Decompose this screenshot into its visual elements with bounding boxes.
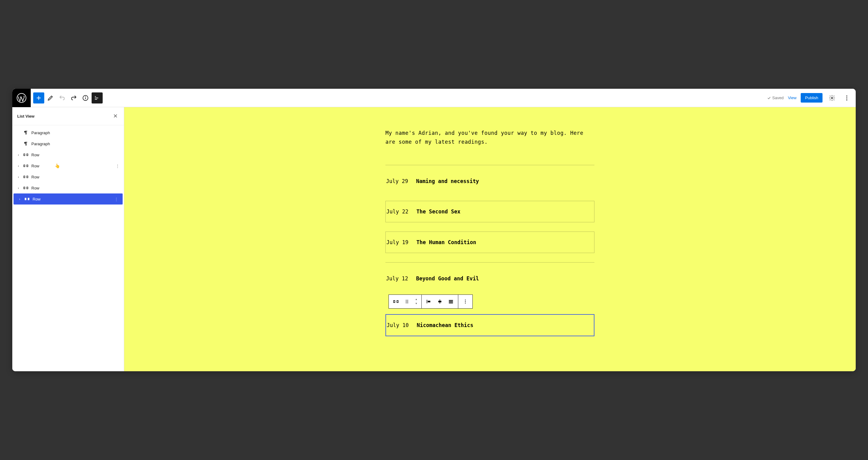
divider [385, 165, 594, 165]
align-center-button[interactable] [435, 297, 444, 306]
svg-point-28 [407, 302, 408, 303]
svg-rect-5 [95, 98, 98, 98]
row-block-icon [23, 152, 29, 158]
tree-item-label: Row [31, 153, 39, 157]
tree-item-options[interactable]: ⋮ [113, 196, 120, 203]
tree-item-row[interactable]: ›Row [12, 149, 124, 160]
svg-point-39 [465, 302, 466, 303]
drag-handle[interactable] [402, 297, 411, 306]
move-up-button[interactable]: ▴ [413, 297, 419, 301]
svg-rect-19 [25, 198, 26, 200]
tree-item-paragraph[interactable]: ›Paragraph [12, 127, 124, 138]
svg-rect-12 [27, 154, 28, 156]
intro-paragraph[interactable]: My name's Adrian, and you've found your … [385, 129, 594, 146]
block-tree: ›Paragraph›Paragraph›Row›Row👆⋮›Row›Row›R… [12, 125, 124, 204]
chevron-right-icon[interactable]: › [17, 187, 20, 190]
chevron-right-icon[interactable]: › [17, 153, 20, 157]
svg-rect-17 [24, 187, 25, 189]
svg-rect-14 [27, 165, 28, 167]
svg-rect-21 [394, 300, 395, 302]
svg-rect-34 [449, 300, 453, 301]
svg-rect-13 [24, 165, 25, 167]
entry-date[interactable]: July 22 [386, 208, 408, 215]
entry-title[interactable]: The Human Condition [416, 239, 476, 245]
svg-point-24 [407, 300, 408, 301]
svg-point-8 [846, 95, 847, 96]
cursor-icon: 👆 [55, 163, 60, 168]
svg-point-7 [831, 97, 833, 99]
block-toolbar: ▴▾ [389, 294, 594, 308]
svg-rect-33 [438, 301, 441, 302]
editor-canvas[interactable]: My name's Adrian, and you've found your … [124, 107, 856, 371]
entry-row[interactable]: July 19The Human Condition [385, 232, 594, 253]
entry-row[interactable]: July 29Naming and necessity [385, 171, 594, 192]
block-more-options[interactable] [461, 297, 470, 306]
row-block-icon [24, 196, 30, 202]
chevron-right-icon[interactable]: › [17, 175, 20, 179]
svg-point-23 [406, 300, 407, 301]
entry-title[interactable]: The Second Sex [416, 208, 460, 215]
svg-rect-4 [95, 96, 96, 97]
tree-item-row[interactable]: ›Row [12, 171, 124, 183]
tree-item-paragraph[interactable]: ›Paragraph [12, 138, 124, 149]
list-view-title: List View [17, 114, 34, 119]
chevron-right-icon[interactable]: › [18, 197, 22, 201]
paragraph-block-icon [23, 141, 29, 146]
svg-rect-36 [449, 302, 453, 303]
entry-title[interactable]: Beyond Good and Evil [416, 275, 479, 282]
entry-date[interactable]: July 10 [387, 322, 409, 328]
tree-item-row[interactable]: ›Row [12, 183, 124, 193]
chevron-right-icon[interactable]: › [17, 164, 20, 168]
entry-date[interactable]: July 29 [386, 178, 408, 184]
entry-date[interactable]: July 12 [386, 275, 408, 282]
tree-item-label: Paragraph [31, 141, 50, 146]
close-list-view-button[interactable]: ✕ [112, 111, 119, 121]
add-block-button[interactable] [33, 92, 44, 103]
publish-button[interactable]: Publish [801, 93, 823, 103]
svg-rect-29 [427, 300, 427, 303]
list-view-panel: List View ✕ ›Paragraph›Paragraph›Row›Row… [12, 107, 124, 371]
editor-tools [31, 92, 105, 103]
svg-rect-35 [449, 301, 453, 302]
entry-row[interactable]: July 22The Second Sex [385, 201, 594, 222]
svg-rect-11 [24, 154, 25, 156]
undo-button[interactable] [57, 92, 68, 103]
justify-left-button[interactable] [424, 297, 433, 306]
settings-button[interactable] [827, 93, 837, 103]
entry-row[interactable]: July 10Nicomachean Ethics [385, 314, 594, 336]
entry-date[interactable]: July 19 [386, 239, 408, 245]
paragraph-block-icon [23, 130, 29, 135]
tree-item-label: Row [31, 164, 39, 168]
tree-item-row[interactable]: ›Row👆⋮ [12, 160, 124, 171]
entry-title[interactable]: Naming and necessity [416, 178, 479, 184]
entry-title[interactable]: Nicomachean Ethics [417, 322, 473, 328]
svg-rect-31 [439, 299, 440, 301]
view-button[interactable]: View [788, 96, 796, 100]
saved-label: Saved [772, 96, 784, 100]
svg-rect-22 [397, 300, 398, 302]
redo-button[interactable] [68, 92, 79, 103]
entry-row[interactable]: July 12Beyond Good and Evil [385, 268, 594, 289]
wordpress-logo[interactable] [12, 89, 31, 107]
tree-item-options[interactable]: ⋮ [114, 162, 121, 169]
tree-item-label: Paragraph [31, 131, 50, 135]
move-down-button[interactable]: ▾ [413, 301, 419, 306]
block-type-button[interactable] [391, 297, 401, 306]
tree-item-row[interactable]: ›Row⋮ [13, 193, 123, 204]
svg-point-9 [846, 97, 847, 98]
svg-point-25 [406, 301, 407, 302]
row-block-icon [23, 163, 29, 169]
divider [385, 262, 594, 263]
svg-rect-6 [95, 99, 97, 99]
editor-body: List View ✕ ›Paragraph›Paragraph›Row›Row… [12, 107, 856, 371]
more-options-button[interactable] [842, 93, 852, 103]
align-full-button[interactable] [446, 297, 456, 306]
svg-rect-20 [28, 198, 29, 200]
edit-button[interactable] [45, 92, 56, 103]
svg-rect-16 [27, 176, 28, 178]
list-view-toggle[interactable] [92, 92, 103, 103]
page-content: My name's Adrian, and you've found your … [385, 129, 594, 336]
saved-indicator: Saved [767, 96, 784, 100]
svg-point-37 [465, 299, 466, 300]
info-button[interactable] [80, 92, 91, 103]
